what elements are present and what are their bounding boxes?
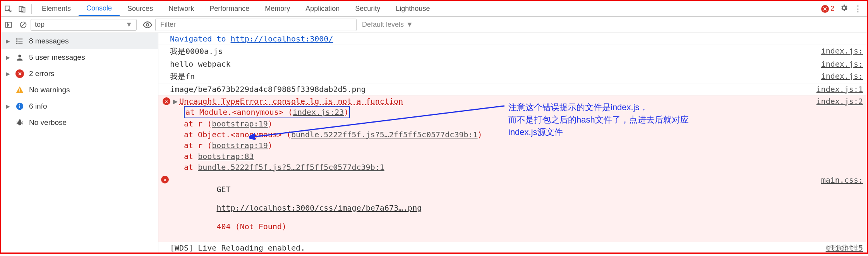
log-line: hello webpack index.js: bbox=[158, 58, 867, 70]
tab-memory[interactable]: Memory bbox=[257, 1, 298, 16]
bug-icon bbox=[15, 118, 24, 127]
tab-network[interactable]: Network bbox=[161, 1, 202, 16]
kebab-menu-icon[interactable]: ⋮ bbox=[854, 4, 862, 14]
sidebar-label: No warnings bbox=[29, 86, 70, 94]
annot-line: index.js源文件 bbox=[508, 126, 689, 138]
console-sidebar: ▶ 8 messages ▶ 5 user messages ▶ ✕ 2 err… bbox=[1, 33, 158, 253]
tab-elements[interactable]: Elements bbox=[34, 1, 79, 16]
sidebar-label: No verbose bbox=[29, 118, 67, 127]
log-line: 我是0000a.js index.js: bbox=[158, 45, 867, 58]
log-navigation: Navigated to http://localhost:3000/ bbox=[158, 33, 867, 45]
svg-rect-16 bbox=[19, 92, 20, 92]
sidebar-item-user[interactable]: ▶ 5 user messages bbox=[1, 49, 158, 66]
svg-rect-19 bbox=[19, 104, 20, 105]
log-line: [WDS] Live Reloading enabled. client:5 bbox=[158, 242, 867, 253]
live-expression-icon[interactable] bbox=[140, 20, 155, 30]
nav-prefix: Navigated to bbox=[170, 34, 231, 43]
stack-link[interactable]: bootstrap:83 bbox=[198, 152, 254, 161]
svg-rect-1 bbox=[19, 6, 23, 11]
error-icon: ✕ bbox=[161, 176, 169, 183]
chevron-down-icon: ▼ bbox=[125, 21, 132, 29]
expand-icon: ▶ bbox=[6, 71, 10, 77]
error-count-badge[interactable]: ✕ 2 bbox=[821, 5, 834, 13]
svg-point-11 bbox=[17, 39, 17, 40]
annot-line: 注意这个错误提示的文件是index.js， bbox=[508, 101, 689, 114]
sidebar-item-info[interactable]: ▶ 6 info bbox=[1, 98, 158, 114]
tab-security[interactable]: Security bbox=[347, 1, 388, 16]
svg-point-13 bbox=[17, 43, 17, 44]
log-line: image/be7a673b229da4c8f9885f3398dab2d5.p… bbox=[158, 83, 867, 95]
watermark: @掘金技术社区 bbox=[826, 244, 864, 251]
levels-label: Default levels bbox=[362, 21, 404, 29]
expand-icon[interactable]: ▶ bbox=[173, 97, 178, 106]
log-levels-select[interactable]: Default levels ▼ bbox=[362, 21, 413, 29]
log-text: 我是0000a.js bbox=[170, 46, 813, 57]
error-count-value: 2 bbox=[830, 5, 834, 13]
panel-tabs: Elements Console Sources Network Perform… bbox=[34, 1, 437, 16]
sidebar-item-errors[interactable]: ▶ ✕ 2 errors bbox=[1, 66, 158, 82]
sidebar-item-messages[interactable]: ▶ 8 messages bbox=[1, 33, 158, 49]
http-status: 404 (Not Found) bbox=[216, 222, 286, 231]
expand-icon: ▶ bbox=[6, 103, 10, 109]
tab-sources[interactable]: Sources bbox=[120, 1, 161, 16]
tab-lighthouse[interactable]: Lighthouse bbox=[388, 1, 437, 16]
nav-url[interactable]: http://localhost:3000/ bbox=[231, 34, 333, 43]
sidebar-item-warnings[interactable]: No warnings bbox=[1, 82, 158, 98]
list-icon bbox=[15, 36, 24, 46]
inspect-icon[interactable] bbox=[1, 1, 15, 16]
clear-console-icon[interactable] bbox=[16, 17, 31, 33]
user-icon bbox=[15, 53, 24, 62]
chevron-down-icon: ▼ bbox=[406, 21, 413, 29]
sidebar-label: 5 user messages bbox=[29, 53, 85, 62]
source-link[interactable]: index.js:1 bbox=[809, 85, 863, 94]
source-link[interactable]: index.js: bbox=[813, 59, 863, 69]
annot-line: 而不是打包之后的hash文件了，点进去后就对应 bbox=[508, 114, 689, 126]
svg-line-25 bbox=[22, 124, 23, 124]
error-icon: ✕ bbox=[821, 5, 829, 13]
svg-point-21 bbox=[19, 119, 21, 122]
source-link[interactable]: index.js:2 bbox=[809, 97, 863, 106]
warning-icon bbox=[15, 85, 24, 95]
sidebar-label: 8 messages bbox=[29, 37, 69, 45]
devtools-tabbar: Elements Console Sources Network Perform… bbox=[1, 1, 867, 17]
context-selector[interactable]: top ▼ bbox=[31, 19, 137, 31]
log-http-error: ✕ GET http://localhost:3000/css/image/be… bbox=[158, 174, 867, 242]
svg-point-14 bbox=[18, 55, 21, 57]
device-toggle-icon[interactable] bbox=[15, 1, 29, 16]
svg-line-24 bbox=[17, 124, 18, 124]
divider bbox=[31, 4, 32, 14]
source-link[interactable]: index.js: bbox=[813, 71, 863, 81]
svg-line-22 bbox=[17, 122, 18, 122]
http-url[interactable]: http://localhost:3000/css/image/be7a673…… bbox=[216, 203, 422, 213]
info-icon bbox=[15, 102, 24, 111]
tab-console[interactable]: Console bbox=[79, 1, 120, 16]
svg-rect-15 bbox=[19, 88, 20, 91]
svg-point-12 bbox=[17, 41, 17, 42]
source-link[interactable]: main.css: bbox=[813, 175, 863, 185]
svg-line-26 bbox=[253, 106, 504, 137]
http-method: GET bbox=[216, 185, 230, 194]
tab-performance[interactable]: Performance bbox=[202, 1, 257, 16]
svg-line-6 bbox=[21, 23, 25, 27]
error-icon: ✕ bbox=[15, 69, 24, 78]
expand-icon: ▶ bbox=[6, 54, 10, 61]
console-filter-bar: top ▼ Default levels ▼ bbox=[1, 17, 867, 33]
settings-icon[interactable] bbox=[840, 3, 848, 14]
svg-line-23 bbox=[22, 122, 23, 122]
sidebar-item-verbose[interactable]: No verbose bbox=[1, 114, 158, 131]
svg-rect-18 bbox=[19, 106, 20, 108]
toggle-sidebar-icon[interactable] bbox=[1, 17, 16, 33]
context-value: top bbox=[35, 21, 45, 29]
source-link[interactable]: index.js: bbox=[813, 46, 863, 55]
error-icon: ✕ bbox=[162, 97, 171, 106]
tab-application[interactable]: Application bbox=[298, 1, 347, 16]
sidebar-label: 6 info bbox=[29, 102, 47, 111]
annotation-arrow bbox=[249, 98, 520, 145]
stack-link[interactable]: bundle.5222ff5f.js?5…2ff5ff5c0577dc39b:1 bbox=[198, 163, 384, 172]
log-text: 我是fn bbox=[170, 71, 813, 82]
log-text: image/be7a673b229da4c8f9885f3398dab2d5.p… bbox=[170, 85, 809, 94]
log-line: 我是fn index.js: bbox=[158, 70, 867, 83]
annotation-text: 注意这个错误提示的文件是index.js， 而不是打包之后的hash文件了，点进… bbox=[508, 101, 689, 138]
filter-input[interactable] bbox=[155, 19, 357, 31]
svg-point-7 bbox=[146, 23, 149, 26]
